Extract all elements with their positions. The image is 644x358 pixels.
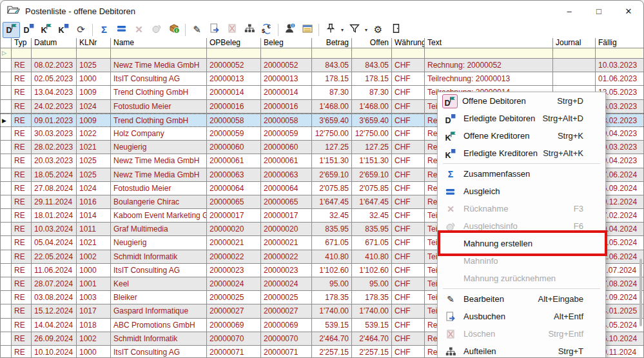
column-header-offen[interactable]: Offen bbox=[352, 38, 392, 48]
mahnwesen-button[interactable]: i bbox=[165, 22, 182, 38]
anheften-button[interactable] bbox=[322, 22, 339, 38]
pin-icon bbox=[325, 23, 337, 37]
filter-cell-betrag[interactable] bbox=[312, 48, 352, 58]
column-header-opbeleg[interactable]: OPBeleg bbox=[207, 38, 261, 48]
column-header-datum[interactable]: Datum bbox=[32, 38, 77, 48]
cell-datum: 11.06.2024 bbox=[32, 264, 77, 277]
row-selector bbox=[1, 250, 12, 263]
schliessen-button[interactable] bbox=[387, 22, 404, 38]
row-selector bbox=[1, 59, 12, 72]
cell-datum: 29.11.2024 bbox=[32, 195, 77, 208]
filter-dropdown-caret-icon[interactable]: ▾ bbox=[363, 27, 369, 33]
maximize-button[interactable]: □ bbox=[584, 1, 614, 21]
filter-cell-faellig[interactable] bbox=[596, 48, 644, 58]
cell-opbeleg: 20000013 bbox=[207, 72, 261, 85]
cell-offen: 539.15 bbox=[352, 319, 392, 332]
menu-item-aufteilen[interactable]: AufteilenStrg+T bbox=[438, 343, 605, 358]
menu-item-bearbeiten[interactable]: ✎BearbeitenAlt+Eingabe bbox=[438, 290, 605, 308]
cell-betrag: 1'468.00 bbox=[312, 100, 352, 113]
journal-button[interactable] bbox=[298, 22, 316, 38]
menu-item-ausbuchen[interactable]: AusbuchenAlt+Entf bbox=[438, 308, 605, 325]
filter-cell-text[interactable] bbox=[425, 48, 553, 58]
bearbeiten-button[interactable]: ✎ bbox=[188, 22, 206, 38]
cell-klnr: 1021 bbox=[77, 236, 111, 249]
cell-datum: 10.03.2024 bbox=[32, 223, 77, 235]
table-row[interactable]: RE08.02.20231025Newz Time Media GmbH2000… bbox=[1, 59, 644, 72]
column-header-betrag[interactable]: Betrag bbox=[312, 38, 352, 48]
filter-cell-datum[interactable] bbox=[32, 48, 77, 58]
cell-waehrung: CHF bbox=[392, 86, 425, 99]
einstellungen-button[interactable]: ⚙ bbox=[369, 22, 387, 38]
filter-cell-journal[interactable] bbox=[553, 48, 596, 58]
cell-name: Kaboom Event Marketing GmbH bbox=[111, 209, 207, 222]
erledigte-kreditoren-button[interactable]: K bbox=[55, 22, 72, 38]
ruecknahme-button[interactable]: ✕ bbox=[130, 22, 148, 38]
menu-item-erledigte-kreditoren[interactable]: KErledigte KreditorenStrg+Alt+K bbox=[438, 144, 605, 162]
cell-offen: 12'750.00 bbox=[352, 127, 392, 140]
column-header-beleg[interactable]: Beleg bbox=[261, 38, 312, 48]
column-header-waehrung[interactable]: Währung bbox=[392, 38, 425, 48]
anheften-dropdown-caret-icon[interactable]: ▾ bbox=[339, 27, 346, 33]
loeschen-button[interactable] bbox=[223, 22, 240, 38]
cell-name: Trend Clothing GmbH bbox=[111, 114, 207, 126]
fremdwaehrung-button[interactable]: $€ bbox=[258, 22, 275, 38]
filter-cell-typ[interactable] bbox=[12, 48, 32, 58]
aktualisieren-button[interactable]: ⟳ bbox=[72, 22, 90, 38]
filter-cell-name[interactable] bbox=[111, 48, 207, 58]
ausgleichsinfo-button[interactable] bbox=[148, 22, 165, 38]
column-header-text[interactable]: Text bbox=[425, 38, 553, 48]
column-header-typ[interactable]: Typ bbox=[12, 38, 32, 48]
toolbar-separator bbox=[278, 24, 278, 36]
cell-betrag: 1'151.30 bbox=[312, 154, 352, 167]
filter-cell-selector[interactable]: ▷ bbox=[1, 48, 12, 58]
filter-cell-waehrung[interactable] bbox=[392, 48, 425, 58]
close-button[interactable]: ✕ bbox=[614, 1, 643, 21]
column-header-faellig[interactable]: Fällig bbox=[596, 38, 644, 48]
table-row[interactable]: RE02.05.20231000ItsIT Consulting AG20000… bbox=[1, 72, 644, 86]
cell-name: Graf Multimedia bbox=[111, 223, 207, 235]
column-header-journal[interactable]: Journal bbox=[553, 38, 596, 48]
filter-button[interactable] bbox=[346, 22, 363, 38]
column-header-name[interactable]: Name bbox=[111, 38, 207, 48]
cell-typ: RE bbox=[12, 114, 32, 126]
column-header-klnr[interactable]: KLNr bbox=[77, 38, 111, 48]
toolbar-separator bbox=[318, 24, 319, 36]
menu-item-offene-kreditoren[interactable]: KOffene KreditorenStrg+K bbox=[438, 127, 605, 144]
debitor-done-icon: D bbox=[23, 23, 35, 37]
offene-debitoren-button[interactable]: D bbox=[3, 22, 20, 38]
menu-item-offene-debitoren[interactable]: DOffene DebitorenStrg+D bbox=[438, 92, 605, 110]
ausbuchen-button[interactable] bbox=[206, 22, 223, 38]
zusammenfassen-button[interactable]: Σ bbox=[95, 22, 113, 38]
menu-item-zusammenfassen[interactable]: ΣZusammenfassen bbox=[438, 165, 605, 183]
filter-cell-beleg[interactable] bbox=[261, 48, 312, 58]
aufteilen-button[interactable] bbox=[240, 22, 258, 38]
menu-item-shortcut: F6 bbox=[574, 221, 605, 231]
cell-offen: 1'647.45 bbox=[352, 195, 392, 208]
toolbar-separator bbox=[185, 24, 186, 36]
menu-item-ausgleich[interactable]: Ausgleich bbox=[438, 183, 605, 200]
personen-info-button[interactable]: i bbox=[281, 22, 298, 38]
filter-cell-klnr[interactable] bbox=[77, 48, 111, 58]
row-selector bbox=[1, 236, 12, 249]
cell-opbeleg: 20000023 bbox=[207, 264, 261, 277]
cell-beleg: 20000024 bbox=[261, 277, 312, 290]
column-header-selector[interactable] bbox=[1, 38, 12, 48]
folder-icon bbox=[7, 5, 20, 17]
cell-offen: 671.05 bbox=[352, 236, 392, 249]
cell-betrag: 671.05 bbox=[312, 236, 352, 249]
cell-offen: 1'151.30 bbox=[352, 154, 392, 167]
minimize-button[interactable]: – bbox=[554, 1, 584, 21]
filter-cell-offen[interactable] bbox=[352, 48, 392, 58]
cell-betrag: 410.80 bbox=[312, 250, 352, 263]
cell-beleg: 20000013 bbox=[261, 72, 312, 85]
offene-kreditoren-button[interactable]: K bbox=[37, 22, 55, 38]
erledigte-debitoren-button[interactable]: D bbox=[20, 22, 37, 38]
cell-text: Rechnung: 20000052 bbox=[425, 59, 553, 72]
ausgleich-button[interactable] bbox=[113, 22, 130, 38]
vertical-scrollbar-thumb[interactable] bbox=[639, 259, 642, 326]
cell-typ: RE bbox=[12, 127, 32, 140]
filter-cell-opbeleg[interactable] bbox=[207, 48, 261, 58]
cell-offen: 32.45 bbox=[352, 209, 392, 222]
menu-item-erledigte-debitoren[interactable]: DErledigte DebitorenStrg+Alt+D bbox=[438, 110, 605, 127]
cell-offen: 1'740.00 bbox=[352, 304, 392, 317]
